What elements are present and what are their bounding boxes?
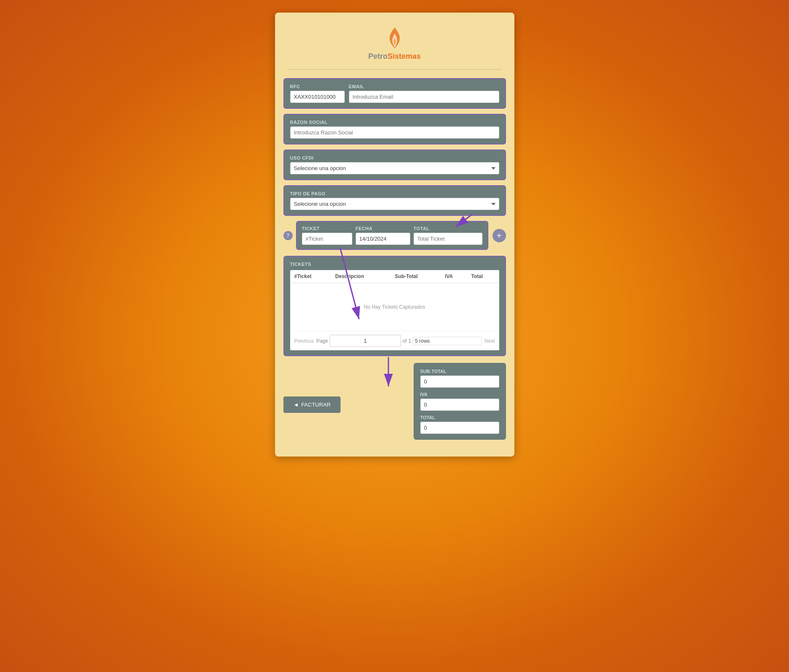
total-pages: 1	[409, 338, 412, 344]
iva-label: IVA	[420, 392, 499, 397]
razon-social-input[interactable]	[290, 126, 499, 139]
total-ticket-label: TOTAL	[414, 226, 482, 231]
email-field-group: EMAIL	[349, 84, 499, 103]
send-icon: ◄	[294, 402, 299, 408]
page-num-input[interactable]	[330, 335, 401, 347]
logo-area: PetroSistemas	[283, 25, 506, 61]
col-descripcion: Descripcion	[331, 270, 391, 283]
fecha-input[interactable]	[356, 233, 410, 245]
ticket-fields-box: TICKET FECHA TOTAL	[296, 221, 488, 250]
tipo-pago-label: TIPO DE PAGO	[290, 191, 499, 196]
fecha-label: FECHA	[356, 226, 410, 231]
iva-field: IVA	[420, 392, 499, 411]
facturar-label: FACTURAR	[301, 402, 330, 408]
col-subtotal: Sub-Total	[391, 270, 440, 283]
fecha-group: FECHA	[356, 226, 410, 245]
rfc-field-group: RFC	[290, 84, 345, 103]
pagination-info: Page of 1 5 rows 10 rows 20 rows	[316, 335, 482, 347]
totals-box: SUB-TOTAL IVA TOTAL	[414, 363, 506, 440]
of-label: of	[403, 338, 407, 344]
main-card: PetroSistemas RFC EMAIL RAZON SOCIAL USO…	[275, 13, 514, 457]
total-ticket-group: TOTAL	[414, 226, 482, 245]
tickets-table-wrap: #Ticket Descripcion Sub-Total IVA Total …	[290, 270, 499, 350]
pagination-prev-button[interactable]: Previous	[294, 338, 314, 344]
col-total: Total	[467, 270, 499, 283]
iva-value	[420, 399, 499, 411]
email-label: EMAIL	[349, 84, 499, 89]
ticket-input-row: ? TICKET FECHA TOTAL +	[283, 221, 506, 250]
page-label: Page	[316, 338, 328, 344]
total-ticket-input[interactable]	[414, 233, 482, 245]
tickets-table: #Ticket Descripcion Sub-Total IVA Total …	[290, 270, 499, 331]
uso-cfdi-section: USO CFDI Selecione una opcion	[283, 150, 506, 180]
rfc-email-section: RFC EMAIL	[283, 78, 506, 109]
tickets-section-label: TICKETS	[290, 262, 499, 267]
tickets-section: TICKETS #Ticket Descripcion Sub-Total IV…	[283, 256, 506, 356]
facturar-button[interactable]: ◄ FACTURAR	[283, 396, 341, 413]
total-value	[420, 422, 499, 434]
uso-cfdi-select[interactable]: Selecione una opcion	[290, 162, 499, 174]
ticket-num-group: TICKET	[302, 226, 352, 245]
bottom-area: ◄ FACTURAR SUB-TOTAL IVA TOTAL	[283, 363, 506, 440]
rows-per-page-select[interactable]: 5 rows 10 rows 20 rows	[413, 337, 482, 345]
total-label: TOTAL	[420, 415, 499, 420]
razon-social-section: RAZON SOCIAL	[283, 114, 506, 144]
total-field: TOTAL	[420, 415, 499, 434]
razon-social-label: RAZON SOCIAL	[290, 120, 499, 125]
pagination-row: Previous Page of 1 5 rows 10 rows 20 row…	[290, 331, 499, 350]
no-tickets-message: No Hay Tickets Capturados	[290, 283, 499, 331]
rfc-input[interactable]	[290, 91, 345, 103]
rfc-label: RFC	[290, 84, 345, 89]
add-ticket-button[interactable]: +	[493, 229, 506, 242]
uso-cfdi-label: USO CFDI	[290, 155, 499, 160]
subtotal-label: SUB-TOTAL	[420, 369, 499, 374]
ticket-num-input[interactable]	[302, 233, 352, 245]
ticket-num-label: TICKET	[302, 226, 352, 231]
help-icon[interactable]: ?	[283, 231, 293, 240]
email-input[interactable]	[349, 91, 499, 103]
logo-text: PetroSistemas	[368, 52, 421, 61]
col-ticket: #Ticket	[290, 270, 331, 283]
subtotal-value	[420, 375, 499, 388]
divider	[288, 69, 502, 70]
tipo-pago-select[interactable]: Selecione una opcion	[290, 198, 499, 210]
logo-icon	[384, 25, 405, 50]
no-tickets-row: No Hay Tickets Capturados	[290, 283, 499, 331]
subtotal-field: SUB-TOTAL	[420, 369, 499, 388]
col-iva: IVA	[440, 270, 467, 283]
tipo-pago-section: TIPO DE PAGO Selecione una opcion	[283, 185, 506, 216]
pagination-next-button[interactable]: Next	[485, 338, 495, 344]
